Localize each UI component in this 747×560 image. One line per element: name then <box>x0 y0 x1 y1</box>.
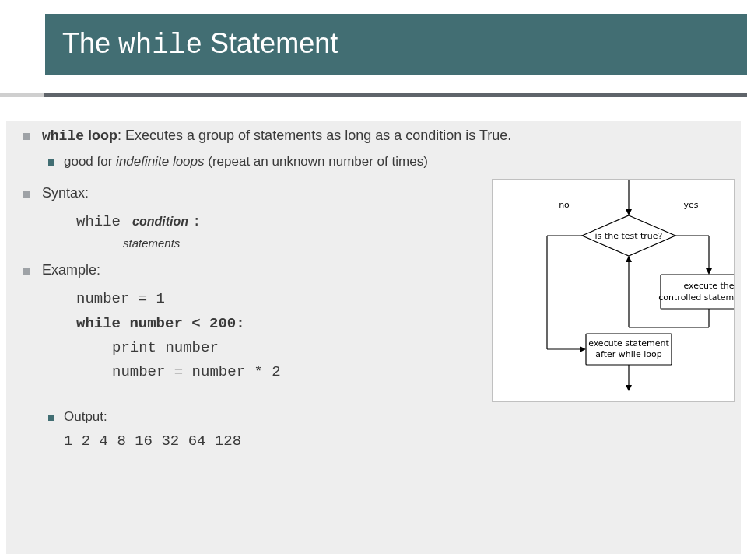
flow-exec2b: after while loop <box>595 349 661 359</box>
syntax-while: while <box>76 213 121 230</box>
flowchart: is the test true? yes execute the contro… <box>492 179 735 402</box>
flow-decision: is the test true? <box>595 231 663 241</box>
title-pre: The <box>62 27 118 59</box>
flow-yes: yes <box>683 200 698 210</box>
while-desc: : Executes a group of statements as long… <box>117 128 511 143</box>
flow-exec1b: controlled statement(s) <box>658 292 734 303</box>
syntax-label: Syntax: <box>42 185 89 201</box>
example-label: Example: <box>42 262 100 278</box>
title-code: while <box>118 30 202 61</box>
title-underline <box>0 93 747 97</box>
underline-left <box>0 93 44 97</box>
svg-marker-10 <box>626 256 632 262</box>
term-loop: loop <box>84 128 117 143</box>
output-text: 1 2 4 8 16 32 64 128 <box>22 432 730 450</box>
svg-marker-5 <box>706 268 712 275</box>
slide-title: The while Statement <box>62 27 338 61</box>
indef-post: (repeat an unknown number of times) <box>205 154 428 169</box>
slide-title-bar: The while Statement <box>45 14 747 75</box>
indef-em: indefinite loops <box>116 154 204 169</box>
svg-marker-14 <box>580 346 586 352</box>
bullet-output: Output: <box>22 408 730 426</box>
indef-pre: good for <box>64 154 116 169</box>
term-while: while <box>42 128 84 144</box>
flow-exec1a: execute the <box>683 281 734 291</box>
syntax-colon: : <box>192 213 201 230</box>
svg-marker-1 <box>626 209 632 215</box>
bullet-indefinite: good for indefinite loops (repeat an unk… <box>22 153 730 171</box>
flow-no: no <box>559 200 570 210</box>
title-post: Statement <box>202 27 338 59</box>
flow-exec2a: execute statement <box>588 338 669 348</box>
svg-marker-17 <box>626 385 632 391</box>
output-label: Output: <box>64 409 107 424</box>
bullet-while-loop: while loop: Executes a group of statemen… <box>22 126 730 145</box>
underline-right <box>44 93 747 97</box>
svg-rect-6 <box>661 275 734 309</box>
flowchart-svg: is the test true? yes execute the contro… <box>493 180 734 401</box>
syntax-condition: condition <box>132 215 188 228</box>
